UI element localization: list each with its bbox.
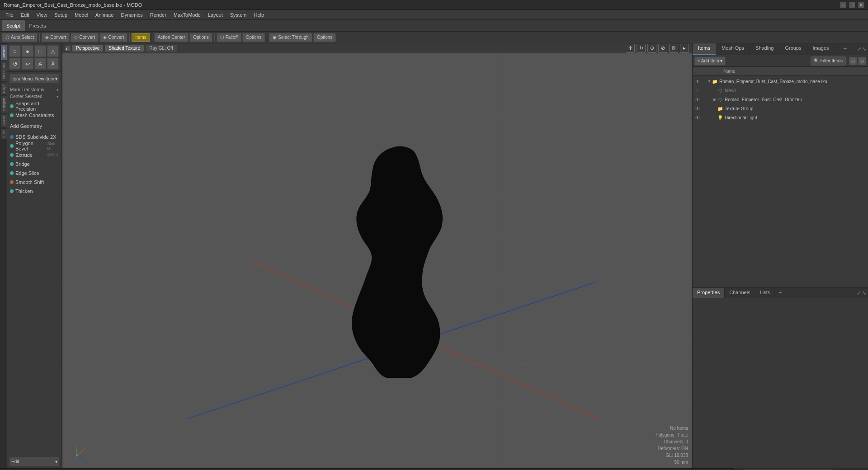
items-tree[interactable]: 👁 ▼ 📁 Roman_Emperor_Bust_Cast_Bronze_mod…: [693, 76, 868, 287]
snaps-precision-btn[interactable]: Snaps and Precision: [7, 102, 61, 111]
add-geometry-btn[interactable]: Add Geometry: [7, 122, 61, 131]
thicken-btn[interactable]: Thicken: [7, 187, 61, 196]
menu-animate[interactable]: Animate: [92, 11, 117, 19]
vtab-edge[interactable]: Edge: [0, 82, 7, 95]
tree-toggle-texture[interactable]: [712, 106, 717, 111]
menu-help[interactable]: Help: [250, 11, 268, 19]
tab-presets[interactable]: Presets: [25, 20, 51, 31]
polygon-bevel-btn[interactable]: Polygon Bevel Shift-B: [7, 141, 61, 150]
minimize-button[interactable]: ─: [840, 2, 846, 8]
right-collapse-icon[interactable]: ⤡: [862, 46, 866, 52]
menu-system[interactable]: System: [226, 11, 250, 19]
viewport-tab-shaded[interactable]: Shaded Texture: [105, 45, 144, 52]
tab-sculpt[interactable]: Sculpt: [2, 20, 25, 31]
redo-icon-btn[interactable]: ↩: [22, 58, 33, 70]
convert3-button[interactable]: ◈ Convert: [99, 33, 127, 42]
extrude-btn[interactable]: Extrude Shift-X: [7, 150, 61, 160]
tree-toggle-mesh[interactable]: [712, 88, 717, 93]
rbt-tab-lists[interactable]: Lists: [755, 288, 775, 298]
rbt-tab-properties[interactable]: Properties: [693, 288, 725, 298]
right-col-icon-2[interactable]: ⊞: [858, 57, 866, 65]
bridge-btn[interactable]: Bridge: [7, 160, 61, 169]
tree-eye-root[interactable]: 👁: [694, 78, 701, 85]
tree-eye-light[interactable]: 👁: [694, 114, 701, 121]
edge-slice-btn[interactable]: Edge Slice: [7, 169, 61, 178]
action-center-button[interactable]: Action Center: [154, 33, 189, 42]
tree-toggle-light[interactable]: [712, 115, 717, 120]
viewport-ctrl-crosshair[interactable]: ✛: [626, 44, 635, 53]
smooth-shift-btn[interactable]: Smooth Shift: [7, 178, 61, 187]
tree-row-root[interactable]: 👁 ▼ 📁 Roman_Emperor_Bust_Cast_Bronze_mod…: [693, 77, 868, 86]
vtab-curve[interactable]: Curve: [0, 113, 7, 127]
tree-eye-mesh[interactable]: 👁: [694, 87, 701, 94]
tree-row-mesh[interactable]: 👁 ⬡ Mesh: [693, 86, 868, 95]
tree-eye-emperor[interactable]: 👁: [694, 96, 701, 103]
vtab-film[interactable]: Film: [0, 128, 7, 140]
undo-icon-btn[interactable]: ↺: [9, 58, 21, 70]
edit-dropdown[interactable]: Edit ▾: [9, 456, 60, 466]
viewport-tab-raygl[interactable]: Ray GL: Off: [146, 45, 177, 52]
right-expand-icon[interactable]: ⤢: [857, 46, 861, 52]
tree-toggle-root[interactable]: ▼: [707, 79, 712, 84]
circle-icon-btn[interactable]: ○: [9, 45, 21, 57]
viewport-ctrl-zoom-out[interactable]: ⊘: [658, 44, 667, 53]
rbt-collapse-icon[interactable]: ⤡: [862, 290, 866, 296]
menu-layout[interactable]: Layout: [204, 11, 226, 19]
text-a-icon-btn[interactable]: A: [34, 58, 46, 70]
viewport-ctrl-rotate[interactable]: ↻: [637, 44, 646, 53]
filter-items-input[interactable]: 🔍 Filter Items: [811, 56, 846, 66]
sds-subdivide-btn[interactable]: SDS Subdivide 2X: [7, 132, 61, 141]
vtab-deform[interactable]: Deform: [0, 44, 7, 61]
falloff-button[interactable]: ⬡ Falloff: [217, 33, 241, 42]
viewport-ctrl-zoom-in[interactable]: ⊕: [647, 44, 656, 53]
square-icon-btn[interactable]: □: [34, 45, 46, 57]
menu-file[interactable]: File: [2, 11, 17, 19]
filled-circle-icon-btn[interactable]: ●: [22, 45, 33, 57]
right-tab-groups[interactable]: Groups: [779, 43, 807, 55]
tree-row-light[interactable]: 👁 💡 Directional Light: [693, 113, 868, 122]
viewport-tab-perspective[interactable]: Perspective: [72, 45, 103, 52]
viewport-menu-btn[interactable]: ▪: [65, 46, 71, 51]
triangle-icon-btn[interactable]: △: [47, 45, 59, 57]
menu-dynamics[interactable]: Dynamics: [117, 11, 146, 19]
menu-view[interactable]: View: [33, 11, 51, 19]
options3-button[interactable]: Options: [313, 33, 336, 42]
text-a2-icon-btn[interactable]: Ā: [47, 58, 59, 70]
right-tab-images[interactable]: Images: [807, 43, 835, 55]
right-tab-items[interactable]: Items: [693, 43, 716, 55]
menu-maxtomodo[interactable]: MaxToModo: [170, 11, 204, 19]
items-button[interactable]: Items: [132, 33, 150, 42]
right-tab-mesh-ops[interactable]: Mesh Ops: [716, 43, 750, 55]
mesh-constraints-btn[interactable]: Mesh Constraints: [7, 111, 61, 120]
vtab-mesh-edit[interactable]: Mesh Edit: [0, 61, 7, 82]
tree-row-emperor[interactable]: 👁 ▶ ⬡ Roman_Emperor_Bust_Cast_Bronze 1: [693, 95, 868, 104]
menu-setup[interactable]: Setup: [51, 11, 71, 19]
right-col-icon-1[interactable]: ⊟: [849, 57, 857, 65]
right-tabs-add[interactable]: +: [840, 43, 850, 55]
rbt-tabs-add[interactable]: +: [775, 288, 785, 298]
right-tab-shading[interactable]: Shading: [750, 43, 779, 55]
auto-select-button[interactable]: ⬡ Auto Select: [2, 33, 38, 42]
menu-edit[interactable]: Edit: [17, 11, 33, 19]
options1-button[interactable]: Options: [189, 33, 212, 42]
rbt-expand-icon[interactable]: ⤢: [857, 290, 861, 296]
convert2-button[interactable]: ◇ Convert: [71, 33, 99, 42]
tree-row-texture[interactable]: 👁 📁 Texture Group: [693, 104, 868, 113]
options2-button[interactable]: Options: [242, 33, 265, 42]
viewport-ctrl-settings[interactable]: ⚙: [669, 44, 678, 53]
tree-toggle-emperor[interactable]: ▶: [712, 97, 717, 102]
item-menu-dropdown[interactable]: Item Menu: New Item ▾: [9, 74, 60, 84]
close-button[interactable]: ✕: [858, 2, 864, 8]
add-item-button[interactable]: + Add Item ▾: [694, 56, 726, 66]
menu-render[interactable]: Render: [146, 11, 170, 19]
viewport-ctrl-more[interactable]: ▸: [680, 44, 689, 53]
menu-model[interactable]: Model: [71, 11, 92, 19]
tree-eye-texture[interactable]: 👁: [694, 105, 701, 112]
vtab-polygon[interactable]: Polygon: [0, 96, 7, 113]
maximize-button[interactable]: □: [849, 2, 855, 8]
more-transforms-header[interactable]: More Transforms ▾: [7, 86, 61, 93]
convert1-button[interactable]: ◈ Convert: [42, 33, 70, 42]
select-through-button[interactable]: ◉ Select Through: [269, 33, 312, 42]
viewport-canvas[interactable]: .grid-line { stroke: #5a5a5a; stroke-wid…: [62, 53, 692, 468]
center-selected-header[interactable]: Center Selected ▾: [7, 93, 61, 100]
